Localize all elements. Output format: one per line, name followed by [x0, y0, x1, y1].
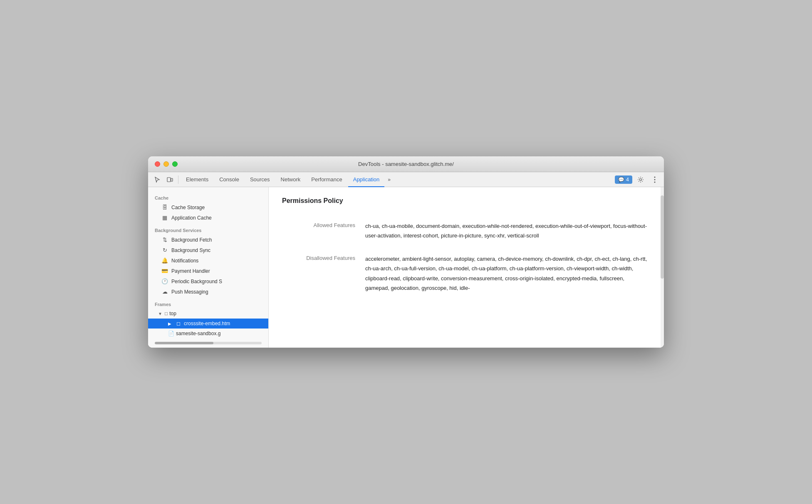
sidebar-item-crosssite[interactable]: ▶ ◻ crosssite-embed.htm: [148, 319, 268, 329]
tab-elements[interactable]: Elements: [181, 172, 213, 187]
toolbar-divider-1: [178, 175, 178, 184]
toolbar: Elements Console Sources Network Perform…: [148, 172, 664, 187]
frames-section-label: Frames: [148, 297, 268, 309]
arrows-icon: ⇅: [161, 237, 168, 243]
tab-network[interactable]: Network: [276, 172, 306, 187]
tab-console[interactable]: Console: [214, 172, 244, 187]
collapse-arrow-icon: ▼: [158, 311, 163, 316]
sidebar-item-top-frame[interactable]: ▼ □ top: [148, 309, 268, 319]
sidebar-item-notifications[interactable]: 🔔 Notifications: [148, 255, 268, 266]
frame-file-icon: ◻: [176, 321, 181, 326]
sync-icon: ↻: [161, 247, 168, 253]
tab-application[interactable]: Application: [348, 172, 385, 187]
gear-icon: [637, 176, 644, 183]
sidebar-item-samesite[interactable]: 📄 samesite-sandbox.g: [148, 329, 268, 338]
page-title: Permissions Policy: [282, 197, 647, 205]
minimize-button[interactable]: [163, 161, 169, 167]
traffic-lights: [155, 161, 178, 167]
title-bar: DevTools - samesite-sandbox.glitch.me/: [148, 156, 664, 172]
svg-point-3: [654, 176, 656, 178]
sidebar: Cache 🗄 Cache Storage ▦ Application Cach…: [148, 187, 269, 348]
more-options-button[interactable]: [649, 174, 661, 185]
sidebar-item-periodic-bg[interactable]: 🕐 Periodic Background S: [148, 276, 268, 287]
card-icon: 💳: [161, 268, 168, 274]
disallowed-features-value: accelerometer, ambient-light-sensor, aut…: [365, 254, 647, 293]
bg-services-section-label: Background Services: [148, 223, 268, 235]
window-title: DevTools - samesite-sandbox.glitch.me/: [358, 161, 454, 167]
toolbar-right: 💬 4: [615, 174, 661, 185]
svg-rect-0: [167, 178, 171, 182]
disallowed-features-row: Disallowed Features accelerometer, ambie…: [282, 247, 647, 300]
settings-icon-button[interactable]: [635, 174, 646, 185]
file-icon: 📄: [168, 331, 174, 336]
main-content: Cache 🗄 Cache Storage ▦ Application Cach…: [148, 187, 664, 348]
more-tabs-icon[interactable]: »: [385, 177, 393, 183]
frame-icon: □: [165, 311, 168, 316]
sidebar-item-bg-sync[interactable]: ↻ Background Sync: [148, 245, 268, 255]
close-button[interactable]: [155, 161, 160, 167]
badge-count: 4: [626, 177, 629, 183]
maximize-button[interactable]: [172, 161, 178, 167]
allowed-features-row: Allowed Features ch-ua, ch-ua-mobile, do…: [282, 215, 647, 247]
right-scrollbar[interactable]: [661, 187, 664, 348]
more-dots-icon: [654, 176, 656, 183]
sidebar-item-bg-fetch[interactable]: ⇅ Background Fetch: [148, 235, 268, 245]
allowed-features-label: Allowed Features: [282, 221, 365, 241]
svg-point-5: [654, 181, 656, 183]
scrollbar-thumb: [661, 195, 664, 279]
cloud-icon: ☁: [161, 289, 168, 295]
cache-section-label: Cache: [148, 190, 268, 202]
device-icon: [166, 176, 173, 183]
grid-icon: ▦: [161, 215, 168, 221]
svg-rect-1: [171, 178, 173, 181]
inspect-icon-button[interactable]: [151, 174, 163, 185]
chat-icon: 💬: [618, 177, 624, 183]
allowed-features-value: ch-ua, ch-ua-mobile, document-domain, ex…: [365, 221, 647, 241]
content-panel: Permissions Policy Allowed Features ch-u…: [269, 187, 661, 348]
database-icon: 🗄: [161, 204, 168, 210]
sidebar-item-payment-handler[interactable]: 💳 Payment Handler: [148, 266, 268, 276]
cursor-icon: [154, 176, 161, 183]
tab-sources[interactable]: Sources: [245, 172, 275, 187]
svg-point-4: [654, 179, 656, 180]
svg-point-2: [640, 178, 642, 180]
tab-performance[interactable]: Performance: [306, 172, 347, 187]
devtools-window: DevTools - samesite-sandbox.glitch.me/ E…: [148, 156, 664, 348]
bell-icon: 🔔: [161, 257, 168, 264]
expand-arrow-icon: ▶: [168, 321, 173, 326]
sidebar-item-push-messaging[interactable]: ☁ Push Messaging: [148, 287, 268, 297]
clock-icon: 🕐: [161, 278, 168, 284]
sidebar-item-cache-storage[interactable]: 🗄 Cache Storage: [148, 202, 268, 212]
sidebar-item-app-cache[interactable]: ▦ Application Cache: [148, 212, 268, 223]
device-icon-button[interactable]: [164, 174, 176, 185]
disallowed-features-label: Disallowed Features: [282, 254, 365, 293]
messages-badge-button[interactable]: 💬 4: [615, 175, 632, 184]
